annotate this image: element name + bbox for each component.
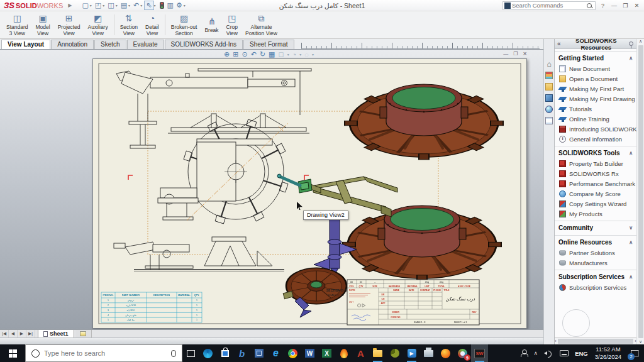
custom-properties-icon[interactable] xyxy=(545,117,553,124)
xpert-icon[interactable] xyxy=(160,2,164,9)
title-block[interactable]: 00 01 - 4 kg 4 kg POS QTY SIZE HARDNESS … xyxy=(347,280,479,325)
item-copy-settings-wizard[interactable]: Copy Settings Wizard xyxy=(555,199,636,209)
item-open-a-document[interactable]: Open a Document xyxy=(555,74,636,84)
item-solidworks-rx[interactable]: SOLIDWORKS Rx xyxy=(555,168,636,178)
view-orientation-icon[interactable]: ◻ xyxy=(279,50,284,58)
panel-vertical-scrollbar[interactable]: ∧∨ xyxy=(636,39,644,344)
menu-expand-icon[interactable]: ▶ xyxy=(68,3,72,8)
undo-icon[interactable]: ↶ xyxy=(132,1,140,9)
item-property-tab-builder[interactable]: Property Tab Builder xyxy=(555,158,636,168)
item-general-information[interactable]: iGeneral Information xyxy=(555,134,636,144)
doc-close-icon[interactable]: ✕ xyxy=(523,51,527,57)
standard-3-view-button[interactable]: ◫Standard3 View xyxy=(3,11,32,38)
options-gear-icon[interactable]: ⚙ xyxy=(175,1,184,9)
scroll-left-icon[interactable]: ‹ xyxy=(555,338,557,344)
save-icon[interactable]: ◫ xyxy=(106,1,115,9)
next-sheet-button[interactable]: ▶ xyxy=(18,330,26,337)
model-view-button[interactable]: ▣ModelView xyxy=(32,11,54,38)
zoom-to-fit-icon[interactable]: ⊕ xyxy=(224,50,230,58)
people-button[interactable] xyxy=(517,344,531,362)
touch-keyboard-button[interactable] xyxy=(557,344,572,362)
collapse-pane-icon[interactable]: « xyxy=(555,40,564,47)
photos-button[interactable] xyxy=(250,344,267,362)
file-properties-icon[interactable]: ▥ xyxy=(166,1,175,9)
open-icon[interactable]: ◰ xyxy=(94,1,103,9)
item-tutorials[interactable]: Tutorials xyxy=(555,104,636,114)
display-style-icon[interactable]: ◔ xyxy=(292,51,297,58)
file-explorer-button[interactable] xyxy=(369,344,386,362)
crop-view-button[interactable]: ◳CropView xyxy=(223,11,242,38)
3d-drawing-view-icon[interactable]: ▦ xyxy=(269,50,275,58)
flame-app-button[interactable] xyxy=(335,344,352,362)
pie-app-button[interactable] xyxy=(386,344,403,362)
taskbar-search-input[interactable] xyxy=(44,349,167,357)
prev-sheet-button[interactable]: ◀ xyxy=(9,330,18,337)
previous-view-icon[interactable]: ↶ xyxy=(251,50,257,58)
doc-minimize-icon[interactable]: — xyxy=(503,51,508,57)
item-compare-my-score[interactable]: Compare My Score xyxy=(555,189,636,199)
drawing-sheet[interactable]: ITEM NO. PART NUMBER DESCRIPTION MATERIA… xyxy=(92,58,527,329)
projected-view-button[interactable]: ⊞ProjectedView xyxy=(54,11,84,38)
break-button[interactable]: ⋔Break xyxy=(201,11,222,38)
item-making-my-first-drawing[interactable]: Making My First Drawing xyxy=(555,94,636,104)
edge-button[interactable] xyxy=(199,344,216,362)
media-player-button[interactable]: ▶ xyxy=(403,344,420,362)
firefox-button[interactable] xyxy=(437,344,454,362)
action-center-button[interactable]: 2 xyxy=(625,344,644,362)
excel-button[interactable]: X xyxy=(318,344,335,362)
view-palette-icon[interactable] xyxy=(545,94,553,102)
microphone-icon[interactable] xyxy=(171,350,176,357)
item-subscription-services[interactable]: Subscription Services xyxy=(555,282,636,292)
alternate-position-view-button[interactable]: ⧉AlternatePosition View xyxy=(242,11,281,38)
zoom-to-area-icon[interactable]: ⊞ xyxy=(233,50,238,58)
item-performance-benchmark-test[interactable]: Performance Benchmark Test xyxy=(555,178,636,189)
item-my-products[interactable]: My Products xyxy=(555,209,636,219)
scrollbar-thumb[interactable] xyxy=(638,45,643,338)
idm-button[interactable]: 9 xyxy=(454,344,471,362)
appearances-scenes-icon[interactable] xyxy=(545,106,553,113)
b-app-button[interactable]: b xyxy=(233,344,250,362)
solidworks-tools-header[interactable]: SOLIDWORKS Tools∧ xyxy=(555,146,636,158)
start-button[interactable] xyxy=(0,344,25,362)
tab-view-layout[interactable]: View Layout xyxy=(1,40,50,49)
tab-annotation[interactable]: Annotation xyxy=(51,40,94,49)
getting-started-header[interactable]: Getting Started∧ xyxy=(555,52,636,63)
tab-sheet-format[interactable]: Sheet Format xyxy=(243,40,294,49)
select-icon[interactable]: ⇖ xyxy=(144,1,153,10)
task-view-button[interactable] xyxy=(182,344,199,362)
tab-sketch[interactable]: Sketch xyxy=(94,40,126,49)
volume-button[interactable] xyxy=(541,344,557,362)
print-icon[interactable]: ▤ xyxy=(119,1,128,9)
search-commands-input[interactable] xyxy=(512,2,586,9)
chevron-up-icon[interactable]: ∧ xyxy=(629,239,633,245)
taskbar-search-box[interactable] xyxy=(25,344,182,362)
redraw-icon[interactable]: ↻ xyxy=(260,50,265,58)
broken-out-section-button[interactable]: ▨Broken-outSection xyxy=(167,11,201,38)
scroll-up-icon[interactable]: ∧ xyxy=(639,39,642,44)
hide-show-items-icon[interactable]: ◌ xyxy=(304,51,309,58)
pin-icon[interactable] xyxy=(629,41,633,46)
item-introducing-solidworks[interactable]: Introducing SOLIDWORKS xyxy=(555,124,636,134)
help-button[interactable]: ? xyxy=(599,3,607,9)
item-partner-solutions[interactable]: Partner Solutions xyxy=(555,248,636,258)
add-sheet-tab[interactable] xyxy=(75,330,92,337)
new-document-icon[interactable]: ▢ xyxy=(80,1,89,9)
panel-horizontal-scrollbar[interactable]: ‹› xyxy=(555,337,636,344)
last-sheet-button[interactable]: ▶| xyxy=(26,330,35,337)
subscription-services-header[interactable]: Subscription Services∧ xyxy=(555,270,636,282)
item-new-document[interactable]: New Document xyxy=(555,63,636,74)
item-making-my-first-part[interactable]: Making My First Part xyxy=(555,84,636,94)
store-button[interactable] xyxy=(216,344,233,362)
scroll-down-icon[interactable]: ∨ xyxy=(639,339,642,344)
tab-solidworks-add-ins[interactable]: SOLIDWORKS Add-Ins xyxy=(165,40,243,49)
internet-explorer-button[interactable]: e xyxy=(267,344,284,362)
language-indicator[interactable]: ENG xyxy=(572,350,591,357)
sheet1-tab[interactable]: Sheet1 xyxy=(38,330,74,337)
first-sheet-button[interactable]: |◀ xyxy=(0,330,9,337)
scroll-right-icon[interactable]: › xyxy=(635,338,636,344)
design-library-icon[interactable] xyxy=(545,72,553,79)
taskbar-clock[interactable]: 11:52 AM 3/26/2024 xyxy=(591,346,625,361)
search-commands-box[interactable] xyxy=(502,1,596,10)
file-explorer-icon[interactable] xyxy=(545,83,553,90)
community-header[interactable]: Community∨ xyxy=(555,221,636,233)
